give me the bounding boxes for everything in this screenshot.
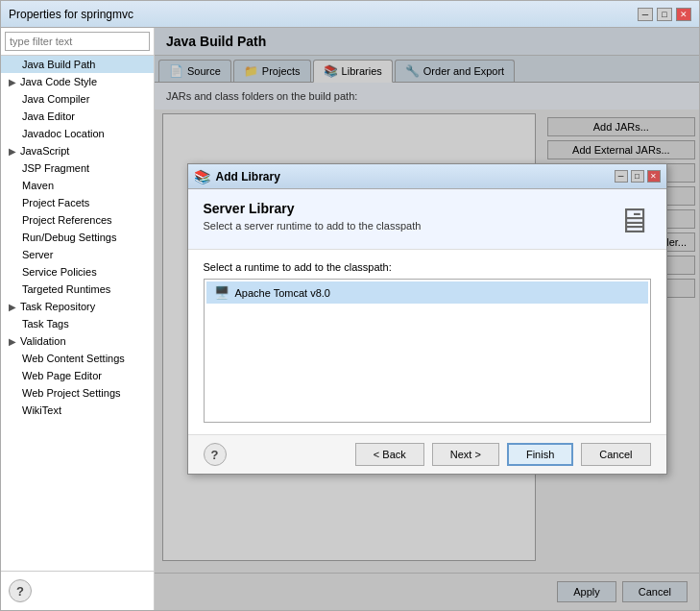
modal-body: Select a runtime to add to the classpath…: [188, 250, 666, 434]
sidebar-item-jsp-fragment[interactable]: JSP Fragment: [1, 159, 154, 177]
sidebar-item-label: Java Editor: [22, 110, 75, 122]
sidebar-item-label: Targeted Runtimes: [22, 283, 110, 295]
sidebar-item-label: WikiText: [22, 404, 61, 416]
tomcat-label: Apache Tomcat v8.0: [235, 287, 330, 299]
modal-close-button[interactable]: ✕: [647, 170, 661, 183]
modal-help-button[interactable]: ?: [204, 443, 227, 466]
sidebar-item-task-tags[interactable]: Task Tags: [1, 315, 154, 332]
modal-section-title: Server Library: [204, 201, 422, 216]
sidebar-item-task-repository[interactable]: ▶Task Repository: [1, 298, 154, 315]
title-bar: Properties for springmvc ─ □ ✕: [1, 1, 699, 28]
main-container: Java Build Path 📄Source📁Projects📚Librari…: [155, 28, 699, 610]
modal-title-left: 📚 Add Library: [194, 169, 280, 184]
title-bar-controls: ─ □ ✕: [638, 8, 691, 21]
sidebar-item-run/debug-settings[interactable]: Run/Debug Settings: [1, 229, 154, 246]
sidebar-items-list: Java Build Path▶Java Code StyleJava Comp…: [1, 56, 154, 571]
sidebar-item-maven[interactable]: Maven: [1, 177, 154, 194]
sidebar-item-server[interactable]: Server: [1, 246, 154, 263]
sidebar-item-java-editor[interactable]: Java Editor: [1, 108, 154, 125]
sidebar-item-web-project-settings[interactable]: Web Project Settings: [1, 384, 154, 402]
sidebar-item-javadoc-location[interactable]: Javadoc Location: [1, 125, 154, 142]
content-area: Java Build Path▶Java Code StyleJava Comp…: [1, 28, 699, 610]
sidebar-item-label: JSP Fragment: [22, 162, 89, 174]
modal-footer: ? < Back Next > Finish Cancel: [188, 434, 666, 474]
sidebar: Java Build Path▶Java Code StyleJava Comp…: [1, 28, 155, 610]
tomcat-icon: 🖥️: [214, 285, 229, 300]
modal-list-label: Select a runtime to add to the classpath…: [204, 261, 651, 273]
close-button[interactable]: ✕: [676, 8, 691, 21]
sidebar-item-validation[interactable]: ▶Validation: [1, 332, 154, 350]
sidebar-help-button[interactable]: ?: [9, 579, 32, 602]
sidebar-item-label: Server: [22, 249, 53, 260]
sidebar-item-project-references[interactable]: Project References: [1, 211, 154, 229]
modal-minimize-button[interactable]: ─: [615, 170, 628, 183]
expand-arrow-icon: ▶: [9, 336, 16, 347]
modal-dialog: 📚 Add Library ─ □ ✕ Server: [187, 163, 667, 475]
sidebar-item-project-facets[interactable]: Project Facets: [1, 194, 154, 211]
sidebar-item-label: Maven: [22, 180, 54, 191]
sidebar-item-label: JavaScript: [20, 145, 69, 157]
sidebar-item-label: Task Tags: [22, 318, 69, 330]
modal-section-desc: Select a server runtime to add to the cl…: [204, 220, 422, 232]
sidebar-item-targeted-runtimes[interactable]: Targeted Runtimes: [1, 281, 154, 298]
main-window: Properties for springmvc ─ □ ✕ Java Buil…: [0, 0, 700, 611]
modal-title-bar: 📚 Add Library ─ □ ✕: [188, 164, 666, 189]
modal-finish-button[interactable]: Finish: [507, 443, 573, 466]
sidebar-item-javascript[interactable]: ▶JavaScript: [1, 142, 154, 159]
sidebar-item-label: Service Policies: [22, 266, 97, 278]
sidebar-item-java-compiler[interactable]: Java Compiler: [1, 90, 154, 108]
sidebar-item-wikitext[interactable]: WikiText: [1, 402, 154, 419]
sidebar-item-label: Task Repository: [20, 301, 95, 312]
window-title: Properties for springmvc: [9, 8, 133, 21]
sidebar-item-label: Web Content Settings: [22, 353, 125, 364]
sidebar-item-label: Java Code Style: [20, 76, 97, 87]
modal-title-icon: 📚: [194, 169, 210, 184]
modal-title-controls: ─ □ ✕: [615, 170, 661, 183]
sidebar-item-label: Project References: [22, 214, 112, 226]
sidebar-item-label: Java Build Path: [22, 59, 95, 70]
modal-list-item[interactable]: 🖥️ Apache Tomcat v8.0: [206, 281, 648, 304]
modal-title-text: Add Library: [216, 170, 280, 183]
modal-footer-right: < Back Next > Finish Cancel: [355, 443, 651, 466]
sidebar-item-label: Java Compiler: [22, 93, 89, 105]
server-icon: 🖥: [616, 201, 651, 241]
expand-arrow-icon: ▶: [9, 146, 16, 157]
sidebar-item-label: Run/Debug Settings: [22, 232, 116, 243]
filter-input[interactable]: [5, 32, 150, 51]
modal-back-button[interactable]: < Back: [355, 443, 424, 466]
sidebar-item-web-page-editor[interactable]: Web Page Editor: [1, 367, 154, 384]
sidebar-bottom: ?: [1, 571, 154, 610]
modal-next-button[interactable]: Next >: [432, 443, 499, 466]
maximize-button[interactable]: □: [657, 8, 672, 21]
sidebar-item-label: Web Page Editor: [22, 370, 102, 381]
sidebar-item-java-build-path[interactable]: Java Build Path: [1, 56, 154, 73]
sidebar-item-java-code-style[interactable]: ▶Java Code Style: [1, 73, 154, 90]
modal-section-header: Server Library Select a server runtime t…: [188, 189, 666, 250]
sidebar-filter-area: [1, 28, 154, 56]
sidebar-item-label: Validation: [20, 335, 66, 347]
modal-runtime-list[interactable]: 🖥️ Apache Tomcat v8.0: [204, 279, 651, 423]
modal-overlay: 📚 Add Library ─ □ ✕ Server: [155, 28, 699, 610]
sidebar-item-web-content-settings[interactable]: Web Content Settings: [1, 350, 154, 367]
minimize-button[interactable]: ─: [638, 8, 653, 21]
sidebar-item-label: Web Project Settings: [22, 387, 121, 399]
expand-arrow-icon: ▶: [9, 77, 16, 87]
sidebar-item-service-policies[interactable]: Service Policies: [1, 263, 154, 281]
sidebar-item-label: Project Facets: [22, 197, 89, 208]
modal-cancel-button[interactable]: Cancel: [581, 443, 650, 466]
sidebar-item-label: Javadoc Location: [22, 128, 105, 139]
modal-maximize-button[interactable]: □: [631, 170, 644, 183]
expand-arrow-icon: ▶: [9, 302, 16, 312]
